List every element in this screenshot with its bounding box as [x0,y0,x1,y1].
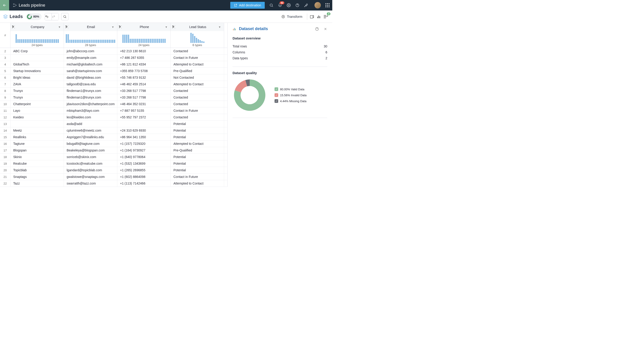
cell-phone[interactable]: +1 (113) 7142466 [117,180,171,186]
search-icon[interactable] [269,3,273,7]
cell-phone[interactable]: +7 486 287 6355 [117,54,171,61]
cell-phone[interactable]: +46 464 352 0231 [117,101,171,107]
search-button[interactable] [61,13,69,20]
cell-status[interactable]: Potential [171,167,224,173]
column-header-company[interactable]: Company ▾ 24 types [11,23,64,48]
cell-company[interactable]: Trunyx [11,94,64,100]
table-row[interactable]: 21 Snaptags gwalstowe@snaptags.com +1 (6… [0,174,227,180]
cell-status[interactable]: Not Contacted [171,74,224,81]
cell-company[interactable]: Realcube [11,160,64,167]
cell-company[interactable]: Meetz [11,127,64,134]
cell-company[interactable]: Topicblab [11,167,64,173]
cell-company[interactable]: ABC Corp [11,48,64,54]
cell-phone[interactable]: +62 213 130 6610 [117,48,171,54]
cell-company[interactable]: Layo [11,108,64,114]
cell-email[interactable]: tallgood0@zava.edu [64,81,117,87]
table-row[interactable]: 14 Meetz cplumtree6@meetz.com +24 310 62… [0,127,227,134]
notifications-icon[interactable]: 42 [278,3,282,7]
cell-email[interactable]: bdugall9@tagtune.com [64,140,117,147]
quality-legend-item[interactable]: ✓15.56% Invalid Data [275,93,306,97]
cell-email[interactable]: sarah@startupinnov.com [64,68,117,74]
table-row[interactable]: 8 Trunyx flindeman1@trunyx.com +33 268 5… [0,88,227,94]
cell-phone[interactable]: +86 964 341 1350 [117,134,171,140]
cell-status[interactable]: Attempted to Contact [171,140,224,147]
column-menu-icon[interactable]: ▾ [219,25,224,29]
column-header-status[interactable]: Lead Status ▾ 6 types [171,23,224,48]
cell-phone[interactable]: +55 746 873 9132 [117,74,171,81]
table-row[interactable]: 2 ABC Corp john@abccorp.com +62 213 130 … [0,48,227,54]
profile-view-icon[interactable] [309,14,315,19]
apps-menu-icon[interactable] [325,3,330,7]
transform-button[interactable]: Transform [278,14,306,18]
cell-status[interactable]: Potential [171,127,224,134]
cell-company[interactable] [11,121,64,127]
cell-company[interactable]: Snaptags [11,174,64,180]
undo-button[interactable] [45,13,52,20]
column-header-email[interactable]: Email ▾ 28 types [64,23,117,48]
cell-email[interactable]: Aspriggen7@reallinks.edu [64,134,117,140]
cell-email[interactable]: gwalstowe@snaptags.com [64,174,117,180]
cell-company[interactable]: Tazz [11,180,64,186]
cell-email[interactable]: emily@example.com [64,54,117,61]
quality-chip[interactable]: 80% [26,13,42,20]
cell-email[interactable]: sorriceb@skinix.com [64,154,117,160]
cell-company[interactable]: ZAVA [11,81,64,87]
cell-status[interactable]: Potential [171,154,224,160]
cell-email[interactable]: tcostockc@realcube.com [64,160,117,167]
cell-phone[interactable]: +24 310 629 6930 [117,127,171,134]
column-menu-icon[interactable]: ▾ [112,25,117,29]
table-row[interactable]: 12 Kwideo leo@kwideo.com +55 952 797 237… [0,114,227,121]
cell-email[interactable]: mbispham3@layo.com [64,108,117,114]
panel-close-icon[interactable] [324,27,327,31]
cell-phone[interactable]: +7 887 957 5155 [117,108,171,114]
cell-status[interactable]: Contact in Future [171,108,224,114]
cell-phone[interactable]: +33 268 517 7798 [117,94,171,100]
table-row[interactable]: 17 Blogspan Beakeleya@blogspan.com +1 (1… [0,147,227,154]
column-menu-icon[interactable]: ▾ [59,25,64,29]
cell-status[interactable]: Contact in Future [171,174,224,180]
redo-button[interactable] [52,13,59,20]
cell-phone[interactable]: +1 (157) 7229320 [117,140,171,147]
cell-company[interactable]: Skinix [11,154,64,160]
cell-status[interactable]: Attempted to Contact [171,180,224,186]
cell-company[interactable]: Tagtune [11,140,64,147]
table-row[interactable]: 18 Skinix sorriceb@skinix.com +1 (640) 9… [0,154,227,160]
cell-email[interactable]: lgandard@topicblab.com [64,167,117,173]
cell-status[interactable]: Potential [171,134,224,140]
cell-company[interactable]: Reallinks [11,134,64,140]
add-destination-button[interactable]: Add destination [230,2,265,9]
cell-status[interactable]: Pre-Qualified [171,68,224,74]
table-row[interactable]: 15 Reallinks Aspriggen7@reallinks.edu +8… [0,134,227,140]
cell-email[interactable]: cplumtree6@meetz.com [64,127,117,134]
quality-legend-item[interactable]: ✓80.00% Valid Data [275,87,306,91]
rocket-icon[interactable] [304,3,308,7]
cell-status[interactable]: Attempted to Contact [171,81,224,87]
table-row[interactable]: 7 ZAVA tallgood0@zava.edu +46 462 459 25… [0,81,227,88]
table-row[interactable]: 22 Tazz swarratth@tazz.com +1 (113) 7142… [0,180,227,187]
cell-status[interactable]: Contacted [171,48,224,54]
cell-phone[interactable]: +1 (640) 9778064 [117,154,171,160]
cell-email[interactable]: leo@kwideo.com [64,114,117,120]
back-button[interactable] [0,0,9,10]
cell-status[interactable]: Contacted [171,94,224,100]
cell-email[interactable]: flindeman1@trunyx.com [64,94,117,100]
cell-email[interactable]: Beakeleya@blogspan.com [64,147,117,154]
cell-status[interactable]: Contacted [171,114,224,120]
cell-phone[interactable]: +1 (164) 9730927 [117,147,171,154]
cell-company[interactable]: Startup Innovations [11,68,64,74]
steps-panel-icon[interactable]: 3 [322,14,329,19]
cell-status[interactable]: Potential [171,160,224,167]
table-row[interactable]: 11 Layo mbispham3@layo.com +7 887 957 51… [0,108,227,114]
cell-phone[interactable]: +355 859 773 5708 [117,68,171,74]
cell-phone[interactable]: +55 952 797 2372 [117,114,171,120]
cell-phone[interactable] [117,121,171,127]
cell-email[interactable]: jdavisson2dion@chatterpoint.com [64,101,117,107]
table-row[interactable]: 9 Trunyx flindeman1@trunyx.com +33 268 5… [0,94,227,101]
cell-company[interactable]: Bright Ideas [11,74,64,81]
column-menu-icon[interactable]: ▾ [166,25,171,29]
cell-status[interactable]: Attempted to Contact [171,61,224,68]
table-row[interactable]: 5 Startup Innovations sarah@startupinnov… [0,68,227,74]
cell-company[interactable]: Chatterpoint [11,101,64,107]
panel-help-icon[interactable] [315,27,319,31]
cell-email[interactable]: michael@globaltech.com [64,61,117,68]
